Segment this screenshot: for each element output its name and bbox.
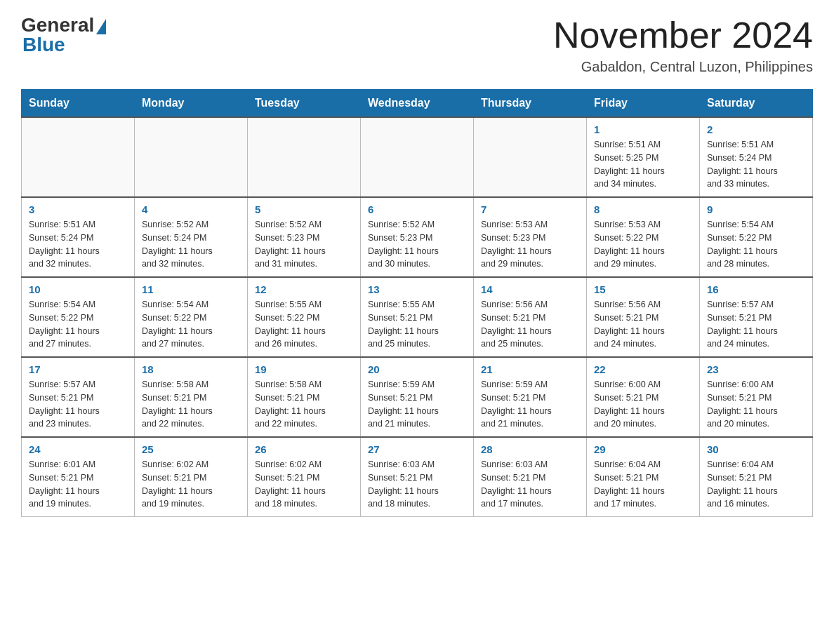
day-number: 12 — [255, 283, 353, 295]
calendar-cell: 20Sunrise: 5:59 AMSunset: 5:21 PMDayligh… — [361, 357, 474, 437]
week-row-5: 24Sunrise: 6:01 AMSunset: 5:21 PMDayligh… — [22, 437, 813, 517]
calendar-day-header-tuesday: Tuesday — [248, 90, 361, 118]
day-info: Sunrise: 5:57 AMSunset: 5:21 PMDaylight:… — [29, 378, 127, 431]
calendar-cell: 27Sunrise: 6:03 AMSunset: 5:21 PMDayligh… — [361, 437, 474, 517]
day-info: Sunrise: 5:58 AMSunset: 5:21 PMDaylight:… — [255, 378, 353, 431]
day-number: 5 — [255, 203, 353, 215]
day-number: 3 — [29, 203, 127, 215]
week-row-2: 3Sunrise: 5:51 AMSunset: 5:24 PMDaylight… — [22, 197, 813, 277]
calendar-cell: 16Sunrise: 5:57 AMSunset: 5:21 PMDayligh… — [700, 277, 813, 357]
calendar-cell: 24Sunrise: 6:01 AMSunset: 5:21 PMDayligh… — [22, 437, 135, 517]
week-row-4: 17Sunrise: 5:57 AMSunset: 5:21 PMDayligh… — [22, 357, 813, 437]
page-header: General Blue November 2024 Gabaldon, Cen… — [21, 14, 813, 75]
day-number: 11 — [142, 283, 240, 295]
day-info: Sunrise: 5:59 AMSunset: 5:21 PMDaylight:… — [481, 378, 579, 431]
calendar-day-header-monday: Monday — [135, 90, 248, 118]
day-info: Sunrise: 5:52 AMSunset: 5:24 PMDaylight:… — [142, 218, 240, 271]
calendar-cell: 21Sunrise: 5:59 AMSunset: 5:21 PMDayligh… — [474, 357, 587, 437]
day-info: Sunrise: 5:51 AMSunset: 5:25 PMDaylight:… — [594, 138, 692, 191]
calendar-day-header-saturday: Saturday — [700, 90, 813, 118]
day-info: Sunrise: 5:53 AMSunset: 5:22 PMDaylight:… — [594, 218, 692, 271]
calendar-cell: 8Sunrise: 5:53 AMSunset: 5:22 PMDaylight… — [587, 197, 700, 277]
day-info: Sunrise: 5:57 AMSunset: 5:21 PMDaylight:… — [707, 298, 805, 351]
day-number: 14 — [481, 283, 579, 295]
calendar-cell: 30Sunrise: 6:04 AMSunset: 5:21 PMDayligh… — [700, 437, 813, 517]
calendar-cell: 15Sunrise: 5:56 AMSunset: 5:21 PMDayligh… — [587, 277, 700, 357]
day-number: 2 — [707, 123, 805, 135]
day-number: 9 — [707, 203, 805, 215]
month-title: November 2024 — [553, 14, 813, 56]
week-row-3: 10Sunrise: 5:54 AMSunset: 5:22 PMDayligh… — [22, 277, 813, 357]
day-info: Sunrise: 5:53 AMSunset: 5:23 PMDaylight:… — [481, 218, 579, 271]
title-section: November 2024 Gabaldon, Central Luzon, P… — [553, 14, 813, 75]
day-info: Sunrise: 6:02 AMSunset: 5:21 PMDaylight:… — [142, 458, 240, 511]
calendar-cell: 18Sunrise: 5:58 AMSunset: 5:21 PMDayligh… — [135, 357, 248, 437]
calendar-cell: 7Sunrise: 5:53 AMSunset: 5:23 PMDaylight… — [474, 197, 587, 277]
calendar-cell: 12Sunrise: 5:55 AMSunset: 5:22 PMDayligh… — [248, 277, 361, 357]
calendar-cell: 5Sunrise: 5:52 AMSunset: 5:23 PMDaylight… — [248, 197, 361, 277]
calendar-cell: 28Sunrise: 6:03 AMSunset: 5:21 PMDayligh… — [474, 437, 587, 517]
calendar-cell: 22Sunrise: 6:00 AMSunset: 5:21 PMDayligh… — [587, 357, 700, 437]
day-number: 23 — [707, 363, 805, 375]
day-number: 27 — [368, 443, 466, 455]
day-info: Sunrise: 6:03 AMSunset: 5:21 PMDaylight:… — [481, 458, 579, 511]
location-subtitle: Gabaldon, Central Luzon, Philippines — [553, 59, 813, 75]
day-info: Sunrise: 5:52 AMSunset: 5:23 PMDaylight:… — [368, 218, 466, 271]
day-info: Sunrise: 6:02 AMSunset: 5:21 PMDaylight:… — [255, 458, 353, 511]
day-info: Sunrise: 5:56 AMSunset: 5:21 PMDaylight:… — [481, 298, 579, 351]
day-number: 21 — [481, 363, 579, 375]
calendar-table: SundayMondayTuesdayWednesdayThursdayFrid… — [21, 89, 813, 517]
calendar-cell: 3Sunrise: 5:51 AMSunset: 5:24 PMDaylight… — [22, 197, 135, 277]
calendar-cell — [22, 117, 135, 197]
day-number: 1 — [594, 123, 692, 135]
day-info: Sunrise: 6:04 AMSunset: 5:21 PMDaylight:… — [594, 458, 692, 511]
day-info: Sunrise: 5:55 AMSunset: 5:21 PMDaylight:… — [368, 298, 466, 351]
day-number: 30 — [707, 443, 805, 455]
calendar-cell: 19Sunrise: 5:58 AMSunset: 5:21 PMDayligh… — [248, 357, 361, 437]
calendar-cell: 4Sunrise: 5:52 AMSunset: 5:24 PMDaylight… — [135, 197, 248, 277]
calendar-cell — [474, 117, 587, 197]
calendar-cell: 29Sunrise: 6:04 AMSunset: 5:21 PMDayligh… — [587, 437, 700, 517]
day-info: Sunrise: 5:59 AMSunset: 5:21 PMDaylight:… — [368, 378, 466, 431]
day-number: 10 — [29, 283, 127, 295]
logo: General Blue — [21, 14, 106, 56]
calendar-cell: 25Sunrise: 6:02 AMSunset: 5:21 PMDayligh… — [135, 437, 248, 517]
day-number: 16 — [707, 283, 805, 295]
day-number: 13 — [368, 283, 466, 295]
day-number: 8 — [594, 203, 692, 215]
day-number: 28 — [481, 443, 579, 455]
day-info: Sunrise: 6:01 AMSunset: 5:21 PMDaylight:… — [29, 458, 127, 511]
calendar-cell — [248, 117, 361, 197]
day-info: Sunrise: 5:54 AMSunset: 5:22 PMDaylight:… — [29, 298, 127, 351]
day-number: 6 — [368, 203, 466, 215]
calendar-day-header-friday: Friday — [587, 90, 700, 118]
day-info: Sunrise: 5:54 AMSunset: 5:22 PMDaylight:… — [142, 298, 240, 351]
day-number: 4 — [142, 203, 240, 215]
logo-triangle-icon — [96, 19, 106, 34]
calendar-cell: 6Sunrise: 5:52 AMSunset: 5:23 PMDaylight… — [361, 197, 474, 277]
calendar-cell: 9Sunrise: 5:54 AMSunset: 5:22 PMDaylight… — [700, 197, 813, 277]
day-info: Sunrise: 5:54 AMSunset: 5:22 PMDaylight:… — [707, 218, 805, 271]
calendar-cell: 2Sunrise: 5:51 AMSunset: 5:24 PMDaylight… — [700, 117, 813, 197]
day-info: Sunrise: 5:56 AMSunset: 5:21 PMDaylight:… — [594, 298, 692, 351]
calendar-cell: 17Sunrise: 5:57 AMSunset: 5:21 PMDayligh… — [22, 357, 135, 437]
day-info: Sunrise: 6:04 AMSunset: 5:21 PMDaylight:… — [707, 458, 805, 511]
logo-blue-text: Blue — [22, 34, 65, 56]
day-number: 26 — [255, 443, 353, 455]
calendar-cell: 10Sunrise: 5:54 AMSunset: 5:22 PMDayligh… — [22, 277, 135, 357]
day-number: 7 — [481, 203, 579, 215]
day-info: Sunrise: 5:51 AMSunset: 5:24 PMDaylight:… — [707, 138, 805, 191]
day-number: 29 — [594, 443, 692, 455]
day-number: 20 — [368, 363, 466, 375]
day-number: 18 — [142, 363, 240, 375]
day-info: Sunrise: 5:58 AMSunset: 5:21 PMDaylight:… — [142, 378, 240, 431]
calendar-cell — [135, 117, 248, 197]
calendar-day-header-sunday: Sunday — [22, 90, 135, 118]
calendar-cell: 23Sunrise: 6:00 AMSunset: 5:21 PMDayligh… — [700, 357, 813, 437]
day-info: Sunrise: 5:52 AMSunset: 5:23 PMDaylight:… — [255, 218, 353, 271]
calendar-cell: 14Sunrise: 5:56 AMSunset: 5:21 PMDayligh… — [474, 277, 587, 357]
calendar-header-row: SundayMondayTuesdayWednesdayThursdayFrid… — [22, 90, 813, 118]
calendar-day-header-thursday: Thursday — [474, 90, 587, 118]
day-number: 24 — [29, 443, 127, 455]
day-info: Sunrise: 6:00 AMSunset: 5:21 PMDaylight:… — [594, 378, 692, 431]
